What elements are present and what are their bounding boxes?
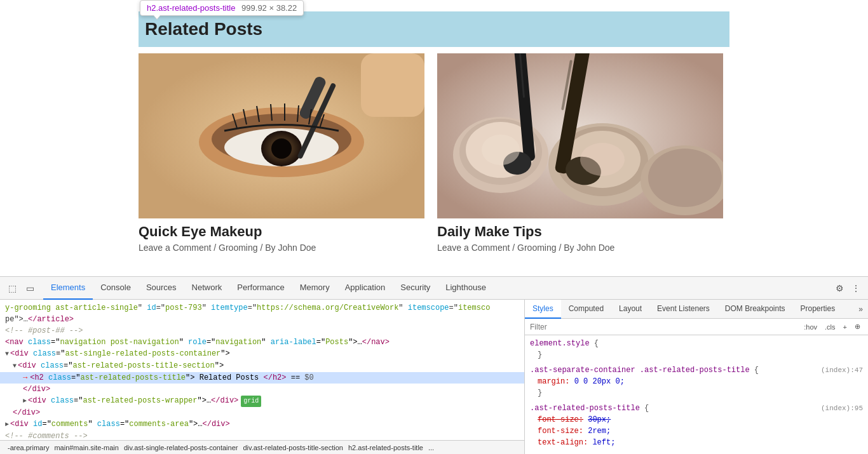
style-origin: (index):95 [821,403,863,414]
styles-filter-bar: :hov .cls + ⊕ [525,319,868,335]
svg-point-25 [648,149,722,207]
html-line-selected[interactable]: →<h2 class="ast-related-posts-title"> Re… [0,372,524,384]
breadcrumb-item[interactable]: div.ast-related-posts-title-section [240,444,346,451]
html-line-comment[interactable]: <!-- #post-## --> [0,325,524,337]
post-title-2[interactable]: Daily Make Tips [437,224,723,240]
svg-point-32 [482,135,520,165]
devtools-icon-group: ⬚ ▭ [5,281,37,295]
tab-security[interactable]: Security [393,277,438,300]
devtools-settings-group: ⚙ ⋮ [832,281,863,295]
breadcrumb-item[interactable]: div.ast-single-related-posts-container [121,444,241,451]
settings-icon[interactable]: ⚙ [832,281,846,295]
style-selector[interactable]: .ast-separate-container .ast-related-pos… [530,366,750,375]
styles-tab-bar: Styles Computed Layout Event Listeners D… [525,300,868,319]
tab-application[interactable]: Application [337,277,393,300]
style-rule-related-posts-title: .ast-related-posts-title { (index):95 fo… [530,403,863,448]
styles-filter-input[interactable] [530,323,796,331]
webpage-area: h2.ast-related-posts-title 999.92 × 38.2… [0,0,868,276]
tab-sources[interactable]: Sources [139,277,184,300]
html-line-comment[interactable]: <!-- #comments --> [0,431,524,440]
style-rule-separate-container: .ast-separate-container .ast-related-pos… [530,364,863,399]
devtools-tab-bar: ⬚ ▭ Elements Console Sources Network Per… [0,277,868,300]
styles-tab-event-listeners[interactable]: Event Listeners [649,300,717,319]
devtools-panel: ⬚ ▭ Elements Console Sources Network Per… [0,276,868,454]
post-card-2: Daily Make Tips Leave a Comment / Groomi… [437,53,723,253]
style-rule-element: element.style { } [530,338,863,361]
styles-tab-dom-breakpoints[interactable]: DOM Breakpoints [717,300,793,319]
tab-lighthouse[interactable]: Lighthouse [438,277,494,300]
tab-performance[interactable]: Performance [229,277,292,300]
filter-new-rule-btn[interactable]: ⊕ [852,321,863,332]
html-line[interactable]: pe">…</article> [0,314,524,325]
post-meta-1: Leave a Comment / Grooming / By John Doe [139,243,424,253]
styles-panel: Styles Computed Layout Event Listeners D… [525,300,868,454]
html-line[interactable]: ▼<div class="ast-single-related-posts-co… [0,348,524,360]
breadcrumb-item[interactable]: -area.primary [5,444,51,451]
related-posts-section: Related Posts [139,11,729,47]
post-card-1: Quick Eye Makeup Leave a Comment / Groom… [139,53,424,253]
styles-content: element.style { } .ast-separate-containe… [525,335,868,454]
style-selector[interactable]: element.style [530,339,590,348]
inspect-element-icon[interactable]: ⬚ [5,281,19,295]
styles-tab-computed[interactable]: Computed [561,300,611,319]
style-origin: (index):47 [821,364,863,376]
more-options-icon[interactable]: ⋮ [849,281,863,295]
post-title-1[interactable]: Quick Eye Makeup [139,224,424,240]
grid-badge: grid [241,396,261,407]
elements-panel: y-grooming ast-article-single" id="post-… [0,300,525,454]
html-line[interactable]: ►<div class="ast-related-posts-wrapper">… [0,395,524,407]
post-image-2 [437,53,723,218]
tab-memory[interactable]: Memory [292,277,337,300]
post-meta-2: Leave a Comment / Grooming / By John Doe [437,243,723,253]
styles-tab-layout[interactable]: Layout [611,300,649,319]
styles-tab-more[interactable]: » [853,305,868,314]
svg-point-33 [580,143,625,176]
breadcrumb-item[interactable]: h2.ast-related-posts-title [346,444,426,451]
tab-network[interactable]: Network [184,277,230,300]
breadcrumb-bar: -area.primary main#main.site-main div.as… [0,440,524,454]
svg-rect-16 [361,53,424,117]
html-line[interactable]: ▼<div class="ast-related-posts-title-sec… [0,360,524,372]
device-toolbar-icon[interactable]: ▭ [23,281,37,295]
filter-add-btn[interactable]: + [841,322,850,332]
breadcrumb-item[interactable]: main#main.site-main [51,444,121,451]
html-line[interactable]: <nav class="navigation post-navigation" … [0,337,524,348]
html-line[interactable]: y-grooming ast-article-single" id="post-… [0,302,524,314]
styles-tab-properties[interactable]: Properties [793,300,843,319]
tooltip-selector: h2.ast-related-posts-title [147,3,235,13]
breadcrumb-item-ellipsis[interactable]: ... [426,444,437,451]
html-line[interactable]: </div> [0,407,524,418]
filter-actions: :hov .cls + ⊕ [801,321,863,332]
style-selector[interactable]: .ast-related-posts-title [530,404,640,413]
filter-hov-btn[interactable]: :hov [801,322,820,332]
tab-elements[interactable]: Elements [43,277,93,300]
element-tooltip: h2.ast-related-posts-title 999.92 × 38.2… [140,0,304,16]
devtools-body: y-grooming ast-article-single" id="post-… [0,300,868,454]
html-line[interactable]: ►<div id="comments" class="comments-area… [0,418,524,431]
posts-grid: Quick Eye Makeup Leave a Comment / Groom… [139,53,729,253]
html-line[interactable]: </div> [0,384,524,395]
post-image-1 [139,53,424,218]
related-posts-title: Related Posts [139,19,729,39]
filter-cls-btn[interactable]: .cls [822,322,838,332]
elements-content: y-grooming ast-article-single" id="post-… [0,300,524,440]
tab-console[interactable]: Console [93,277,139,300]
styles-tab-styles[interactable]: Styles [525,300,561,319]
svg-point-5 [271,138,292,159]
tooltip-dimensions: 999.92 × 38.22 [241,3,297,13]
